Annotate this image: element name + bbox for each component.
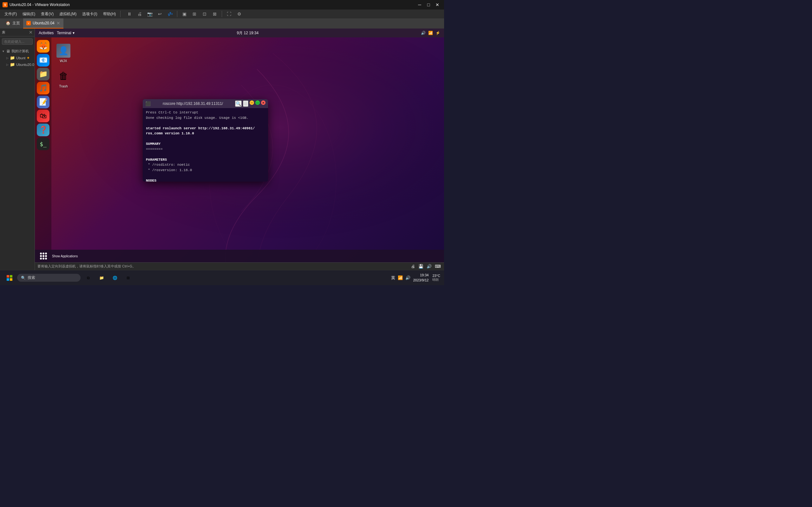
terminal-title: roscore http://192.168.31.49:11311/ [153, 101, 233, 106]
menu-help[interactable]: 帮助(H) [101, 10, 119, 18]
dock-thunderbird[interactable]: 📧 [37, 54, 49, 66]
wifi-icon[interactable]: 📶 [397, 275, 403, 281]
dock-writer[interactable]: 📝 [37, 96, 49, 108]
sidebar-search-input[interactable] [2, 38, 33, 45]
terminal-search-btn[interactable]: 🔍 [235, 101, 242, 107]
terminal-maximize-btn[interactable]: □ [255, 101, 260, 105]
menu-edit[interactable]: 编辑(E) [20, 10, 38, 18]
toolbar-view2-btn[interactable]: ⊞ [190, 10, 199, 17]
svg-rect-5 [10, 278, 12, 281]
title-controls: ─ □ ✕ [415, 2, 442, 8]
toolbar-view1-btn[interactable]: ▣ [180, 10, 189, 17]
terminal-menu-hamburger[interactable]: ☰ [243, 101, 248, 107]
toolbar-print-btn[interactable]: 🖨 [135, 10, 144, 17]
toolbar-pause-btn[interactable]: ⏸ [125, 10, 134, 17]
tab-vm-close[interactable]: ✕ [56, 20, 60, 26]
minimize-button[interactable]: ─ [415, 2, 424, 8]
desktop-icon-trash[interactable]: 🗑 Trash [54, 69, 73, 88]
ubuntu-dock: 🦊 📧 📁 🎵 📝 [35, 38, 51, 262]
tab-bar: 🏠 主页 V Ubuntu20.04 ✕ [0, 18, 444, 29]
menu-file[interactable]: 文件(F) [2, 10, 19, 18]
terminal-menu-btn[interactable]: Terminal ▾ [57, 31, 74, 35]
ubuntu-topbar: Activities Terminal ▾ 9月 12 19:34 🔊 📶 ⚡ [35, 29, 444, 38]
ubuntu-datetime: 9月 12 19:34 [237, 31, 258, 36]
dot7 [40, 258, 42, 260]
title-bar: V Ubuntu20.04 - VMware Workstation ─ □ ✕ [0, 0, 444, 9]
activities-button[interactable]: Activities [39, 31, 54, 35]
dock-help[interactable]: ❓ [37, 124, 49, 136]
ubuntu-desktop[interactable]: 🦊 📧 📁 🎵 📝 [35, 38, 444, 262]
terminal-icon-small: ⬛ [145, 101, 151, 106]
network-icon[interactable]: 📶 [428, 31, 433, 35]
task-view-button[interactable]: ⧉ [83, 272, 94, 284]
menu-view[interactable]: 查看(V) [38, 10, 56, 18]
start-button[interactable] [4, 272, 15, 284]
dock-firefox[interactable]: 🦊 [37, 40, 49, 53]
power-icon[interactable]: ⚡ [436, 31, 440, 35]
maximize-button[interactable]: □ [424, 2, 433, 8]
term-line-1: Done checking log file disk usage. Usage… [146, 115, 265, 121]
tree-ubuntu[interactable]: ▷ 📁 Ubuntu20.0 [0, 61, 35, 68]
speaker-icon[interactable]: 🔊 [405, 275, 411, 281]
term-line-12 [146, 173, 265, 178]
toolbar-suspend-btn[interactable]: 💤 [165, 10, 174, 17]
status-icon-2: 💾 [418, 263, 424, 269]
dock-rhythmbox[interactable]: 🎵 [37, 82, 49, 95]
menu-vm[interactable]: 虚拟机(M) [57, 10, 79, 18]
vmware-taskbar-btn[interactable]: ⊞ [122, 272, 134, 284]
vmware-window: V Ubuntu20.04 - VMware Workstation ─ □ ✕… [0, 0, 444, 285]
dock-terminal[interactable]: $_ [37, 137, 49, 150]
files-icon: 📁 [39, 70, 48, 78]
computer-icon: 🖥 [6, 49, 10, 54]
terminal-label: Terminal [57, 31, 71, 35]
toolbar-view4-btn[interactable]: ⊠ [210, 10, 219, 17]
dock-files[interactable]: 📁 [37, 68, 49, 80]
edge-button[interactable]: 🌐 [109, 272, 120, 284]
toolbar-view3-btn[interactable]: ⊡ [200, 10, 209, 17]
close-button[interactable]: ✕ [433, 2, 442, 8]
show-applications-button[interactable] [38, 251, 49, 261]
system-clock[interactable]: 19:34 2023/9/12 [413, 273, 428, 283]
terminal-minimize-btn[interactable]: ─ [250, 101, 254, 105]
term-line-5 [146, 136, 265, 142]
toolbar: ⏸ 🖨 📷 ↩ 💤 ▣ ⊞ ⊡ ⊠ ⛶ ⚙ [125, 10, 244, 17]
tab-home-label: 主页 [12, 20, 20, 26]
term-line-2 [146, 120, 265, 126]
dot5 [43, 255, 44, 257]
term-line-3: started roslaunch server http://192.168.… [146, 126, 265, 131]
desktop-icon-wjx[interactable]: 👤 WJX [54, 44, 73, 63]
term-line-10: * /rosdistro: noetic [146, 162, 265, 168]
tab-vm[interactable]: V Ubuntu20.04 ✕ [23, 18, 63, 29]
explorer-button[interactable]: 📁 [96, 272, 107, 284]
vm-tab-icon: V [26, 21, 31, 25]
terminal-titlebar: ⬛ roscore http://192.168.31.49:11311/ 🔍 … [143, 99, 268, 108]
dot3 [45, 252, 47, 255]
desktop-icon-wjx-label: WJX [60, 59, 67, 63]
term-line-8 [146, 152, 265, 157]
toolbar-fullscreen-btn[interactable]: ⛶ [224, 10, 234, 17]
search-bar[interactable]: 🔍 搜索 [17, 274, 81, 282]
terminal-arrow: ▾ [72, 31, 74, 35]
toolbar-snapshot-btn[interactable]: 📷 [145, 10, 154, 17]
toolbar-revert-btn[interactable]: ↩ [155, 10, 164, 17]
lang-icon[interactable]: 英 [391, 274, 396, 281]
tree-my-computer[interactable]: ▼ 🖥 我的计算机 [0, 48, 35, 55]
ubuntu-taskbar: Show Applications [35, 250, 444, 262]
terminal-window[interactable]: ⬛ roscore http://192.168.31.49:11311/ 🔍 … [143, 99, 268, 181]
volume-icon[interactable]: 🔊 [421, 31, 426, 35]
ubuntu-system-icons: 🔊 📶 ⚡ [421, 31, 440, 35]
terminal-close-btn[interactable]: ✕ [261, 101, 265, 105]
tree-arrow: ▼ [2, 50, 5, 53]
clock-time: 19:34 [413, 273, 428, 278]
ubuntu-icon: 📁 [10, 55, 15, 60]
sidebar-close-btn[interactable]: ✕ [29, 30, 33, 35]
menu-tabs[interactable]: 选项卡(I) [80, 10, 100, 18]
star-icon: ★ [27, 56, 30, 60]
temperature: 23°C [432, 274, 440, 278]
tree-ubuntu-fav[interactable]: ▷ 📁 Ubunt ★ [0, 55, 35, 61]
toolbar-settings-btn[interactable]: ⚙ [235, 10, 244, 17]
trash-icon: 🗑 [59, 71, 68, 81]
tree-arrow3: ▷ [6, 63, 9, 66]
dock-appcenter[interactable]: 🛍 [37, 110, 49, 122]
tab-home[interactable]: 🏠 主页 [3, 18, 23, 29]
